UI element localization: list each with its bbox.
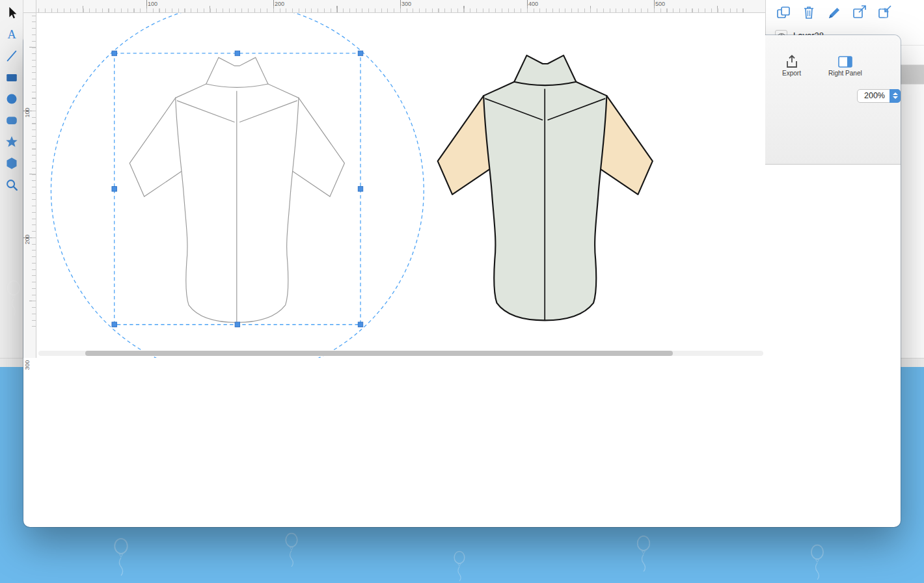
- right-panel-button[interactable]: Right Panel: [826, 55, 864, 77]
- selection-handle[interactable]: [358, 322, 362, 327]
- ruler-tick-label: 200: [24, 232, 31, 247]
- horizontal-ruler-row: 100 200 300 400 500: [23, 0, 765, 13]
- select-tool[interactable]: [4, 5, 20, 21]
- selection-handle[interactable]: [112, 187, 116, 191]
- trash-icon: [801, 5, 817, 20]
- ellipse-tool-icon: [5, 92, 19, 106]
- polygon-tool[interactable]: [4, 156, 20, 171]
- selection-handle[interactable]: [235, 322, 239, 327]
- cursor-arrow-icon: [5, 6, 19, 20]
- zoom-level-value: 200%: [864, 91, 885, 100]
- svg-text:A: A: [7, 28, 16, 41]
- ruler-corner: [23, 0, 36, 13]
- wireframe-shirt[interactable]: [129, 57, 344, 322]
- balloon-decoration: [806, 544, 829, 582]
- canvas[interactable]: [36, 13, 765, 358]
- scrollbar-thumb[interactable]: [85, 351, 672, 356]
- text-tool-icon: A: [5, 27, 19, 42]
- rectangle-tool-icon: [5, 70, 19, 85]
- layers-panel-toolbar: [766, 0, 924, 25]
- ruler-tick-label: 300: [24, 357, 31, 373]
- stepper-up-icon: [893, 92, 898, 95]
- horizontal-scrollbar[interactable]: [38, 351, 763, 356]
- export-arrow-icon: [784, 55, 800, 69]
- star-tool-icon: [5, 135, 19, 149]
- tool-palette: A: [0, 0, 23, 358]
- box-arrow-in-icon: [877, 5, 893, 20]
- canvas-scene: [36, 13, 765, 358]
- ruler-tick-label: 500: [655, 1, 665, 7]
- selection-handle[interactable]: [235, 51, 239, 55]
- pencil-icon: [826, 5, 842, 20]
- line-tool-icon: [5, 49, 19, 63]
- star-tool[interactable]: [4, 134, 20, 150]
- rectangle-tool[interactable]: [4, 70, 20, 85]
- zoom-tool[interactable]: [4, 177, 20, 193]
- selection-handle[interactable]: [358, 187, 362, 191]
- ruler-tick-label: 400: [528, 1, 538, 7]
- balloon-decoration: [632, 535, 655, 574]
- box-arrow-out-icon: [852, 5, 867, 20]
- balloon-decoration: [109, 537, 133, 578]
- import-layer-button[interactable]: [876, 5, 893, 20]
- ruler-tick-label: 100: [24, 105, 31, 120]
- delete-layer-button[interactable]: [800, 5, 817, 20]
- selection-handle[interactable]: [112, 51, 116, 55]
- balloon-decoration: [448, 550, 471, 583]
- selection-handle[interactable]: [358, 51, 362, 55]
- export-layer-button[interactable]: [851, 5, 868, 20]
- ruler-tick-label: 100: [148, 1, 157, 7]
- canvas-column: 100 200 300 400 500 100 200 300: [23, 0, 765, 358]
- canvas-row: 100 200 300: [23, 13, 765, 358]
- export-button[interactable]: Export: [780, 55, 803, 77]
- zoom-stepper[interactable]: [890, 89, 901, 103]
- text-tool[interactable]: A: [4, 27, 20, 42]
- balloon-decoration: [281, 532, 302, 569]
- ruler-tick-label: 300: [401, 1, 411, 7]
- ruler-tick-label: 200: [275, 1, 284, 7]
- ellipse-tool[interactable]: [4, 91, 20, 107]
- rounded-rect-tool[interactable]: [4, 113, 20, 128]
- edit-layer-button[interactable]: [826, 5, 843, 20]
- horizontal-ruler: 100 200 300 400 500: [36, 0, 765, 13]
- zoom-tool-icon: [5, 178, 19, 192]
- zoom-level-field[interactable]: 200%: [857, 89, 901, 103]
- right-panel-icon: [837, 55, 854, 69]
- rounded-rect-tool-icon: [5, 113, 19, 128]
- line-tool[interactable]: [4, 48, 20, 64]
- duplicate-layer-button[interactable]: [775, 5, 792, 20]
- duplicate-icon: [776, 5, 791, 20]
- stepper-down-icon: [893, 96, 898, 99]
- colored-shirt[interactable]: [438, 55, 653, 320]
- selection-handle[interactable]: [112, 322, 116, 327]
- vertical-ruler: 100 200 300: [23, 13, 36, 358]
- polygon-tool-icon: [5, 156, 19, 170]
